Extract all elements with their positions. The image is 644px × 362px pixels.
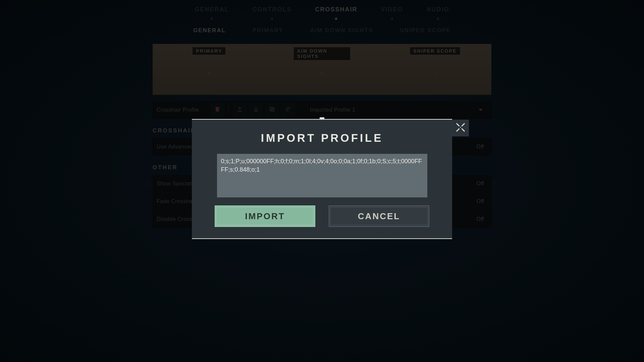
cancel-button-label: CANCEL [358,211,400,222]
modal-notch [320,117,324,119]
modal-close-button[interactable] [452,120,469,136]
import-profile-modal: IMPORT PROFILE IMPORT CANCEL [192,119,452,239]
cancel-button[interactable]: CANCEL [329,205,429,227]
import-button-label: IMPORT [245,211,285,222]
import-button[interactable]: IMPORT [215,205,315,227]
modal-title: IMPORT PROFILE [202,132,442,144]
svg-point-2 [460,127,461,128]
close-x-icon [455,122,466,134]
profile-code-input[interactable] [217,154,427,197]
